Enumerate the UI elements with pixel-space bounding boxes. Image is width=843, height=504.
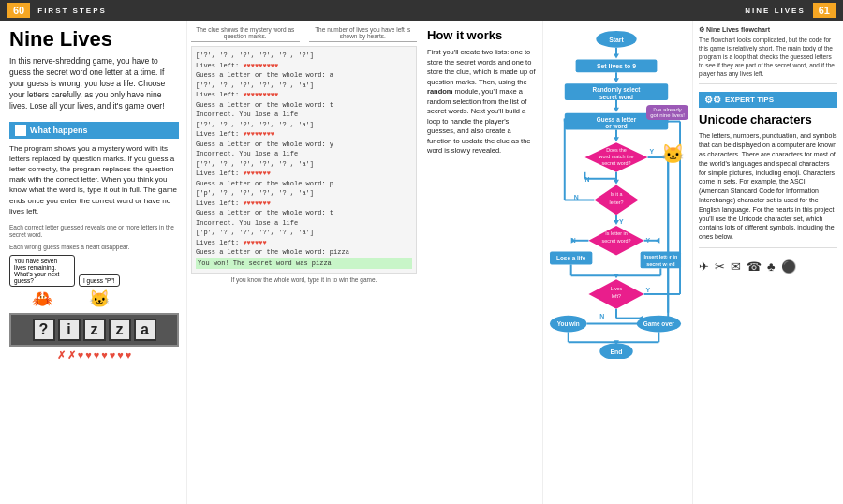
svg-text:Insert letter in: Insert letter in xyxy=(643,255,677,260)
intro-content: In this nerve-shredding game, you have t… xyxy=(9,56,165,111)
code-line-21: Guess a letter or the whole word: pizza xyxy=(196,247,412,258)
heart-7: ♥ xyxy=(126,349,132,362)
expert-tips-section: ⚙ Nine Lives flowchart The flowchart loo… xyxy=(693,21,843,504)
what-happens-icon xyxy=(15,125,26,136)
expert-header: ⚙⚙ EXPERT TIPS xyxy=(699,92,837,108)
code-line-12: ['?', '?', '?', '?', '?', 'a'] xyxy=(196,159,412,170)
left-content: Nine Lives In this nerve-shredding game,… xyxy=(0,21,421,504)
annotation-correct: Each correct letter guessed reveals one … xyxy=(9,224,179,240)
letter-i: i xyxy=(58,319,81,341)
code-line-6: Guess a letter or the whole word: t xyxy=(196,100,412,111)
symbol-scissors: ✂ xyxy=(715,259,725,274)
game-screenshot-area: You have seven lives remaining. What's y… xyxy=(9,255,179,362)
svg-marker-29 xyxy=(614,180,619,185)
code-line-3: Guess a letter or the whole word: a xyxy=(196,70,412,81)
right-content: How it works First you'll create two lis… xyxy=(422,21,843,504)
svg-text:Guess a letter: Guess a letter xyxy=(597,116,637,123)
cat-character-small: 🐱 xyxy=(89,289,110,309)
svg-text:N: N xyxy=(599,313,604,319)
svg-marker-12 xyxy=(614,108,619,112)
lives-row: ✗ ✗ ♥ ♥ ♥ ♥ ♥ ♥ ♥ xyxy=(9,349,179,362)
page-num-right: 61 xyxy=(813,3,836,18)
cat-bubble: I've already got nine lives! xyxy=(646,105,688,120)
svg-text:Y: Y xyxy=(650,148,655,155)
heart-5: ♥ xyxy=(110,349,116,362)
letter-a: a xyxy=(134,319,156,341)
right-page: NINE LIVES 61 How it works First you'll … xyxy=(422,0,843,504)
page-header-left: 60 FIRST STEPS xyxy=(0,0,421,21)
heart-3: ♥ xyxy=(94,349,100,362)
code-line-10: Guess a letter or the whole word: y xyxy=(196,140,412,150)
symbol-phone: ☎ xyxy=(747,259,762,274)
page-title: Nine Lives xyxy=(9,28,179,51)
heart-1: ♥ xyxy=(78,349,84,362)
annotation-lives: The number of lives you have left is sho… xyxy=(309,26,418,42)
code-line-1: ['?', '?', '?', '?', '?', '?'] xyxy=(196,51,412,61)
svg-text:Is letter in: Is letter in xyxy=(605,230,627,236)
page-header-right: NINE LIVES 61 xyxy=(422,0,843,21)
win-annotation: If you know the whole word, type it in t… xyxy=(191,276,417,283)
svg-text:Is it a: Is it a xyxy=(611,191,623,197)
heart-6: ♥ xyxy=(117,349,124,362)
code-line-9: Lives left: ♥♥♥♥♥♥♥♥ xyxy=(196,129,412,140)
code-line-5: Lives left: ♥♥♥♥♥♥♥♥♥ xyxy=(196,90,412,100)
what-happens-label: What happens xyxy=(30,126,88,135)
code-line-2: Lives left: ♥♥♥♥♥♥♥♥♥ xyxy=(196,61,412,71)
flowchart-svg: Start Set lives to 9 Randomly select sec… xyxy=(547,26,686,359)
crab-character: 🦀 xyxy=(32,289,52,309)
heart-2: ♥ xyxy=(85,349,92,362)
code-line-11: Incorrect. You lose a life xyxy=(196,149,412,159)
left-main: Nine Lives In this nerve-shredding game,… xyxy=(0,21,187,504)
code-line-16: Lives left: ♥♥♥♥♥♥♥ xyxy=(196,199,412,209)
symbols-row: ✈ ✂ ✉ ☎ ♣ ⚫ xyxy=(699,259,837,274)
svg-text:Set lives to 9: Set lives to 9 xyxy=(597,63,636,69)
symbol-plane: ✈ xyxy=(699,259,709,274)
svg-text:secret word?: secret word? xyxy=(602,238,631,244)
code-line-20: Lives left: ♥♥♥♥♥♥ xyxy=(196,238,412,248)
code-line-18: Incorrect. You lose a life xyxy=(196,218,412,229)
letter-z2: z xyxy=(109,319,131,341)
left-page: 60 FIRST STEPS Nine Lives In this nerve-… xyxy=(0,0,422,504)
svg-text:or word: or word xyxy=(605,123,628,129)
what-happens-box: What happens xyxy=(9,122,179,139)
speech-bubble-left: You have seven lives remaining. What's y… xyxy=(9,255,75,287)
code-line-4: ['?', '?', '?', '?', '?', 'a'] xyxy=(196,81,412,91)
code-line-13: Lives left: ♥♥♥♥♥♥♥ xyxy=(196,169,412,179)
svg-marker-7 xyxy=(614,78,619,82)
expert-tips-text: The letters, numbers, punctuation, and s… xyxy=(699,131,837,242)
symbol-envelope: ✉ xyxy=(731,259,741,274)
symbol-circle: ⚫ xyxy=(781,259,796,274)
page-num-left: 60 xyxy=(7,3,30,18)
svg-marker-50 xyxy=(655,238,659,244)
speech-bubbles: You have seven lives remaining. What's y… xyxy=(9,255,179,309)
svg-text:Start: Start xyxy=(609,37,624,43)
code-line-8: ['?', '?', '?', '?', '?', 'a'] xyxy=(196,120,412,130)
svg-text:left?: left? xyxy=(612,293,621,299)
how-it-works-title: How it works xyxy=(427,28,537,42)
game-board: ? i z z a xyxy=(9,313,179,347)
svg-text:word match the: word match the xyxy=(599,154,634,159)
flowchart-note-title: ⚙ Nine Lives flowchart xyxy=(699,26,837,34)
svg-marker-17 xyxy=(614,137,619,141)
svg-text:letter?: letter? xyxy=(609,200,623,205)
flowchart-note-text: The flowchart looks complicated, but the… xyxy=(699,36,837,84)
bubble-right-text: I guess "P"! xyxy=(83,277,115,284)
svg-text:You win: You win xyxy=(557,320,580,327)
cat-character: 🐱 xyxy=(661,142,685,165)
svg-text:Y: Y xyxy=(619,218,624,225)
expert-tips-title: Unicode characters xyxy=(699,112,837,126)
code-line-7: Incorrect. You lose a life xyxy=(196,110,412,120)
svg-text:Lives: Lives xyxy=(611,286,623,291)
svg-text:secret word: secret word xyxy=(646,261,674,267)
header-title-right: NINE LIVES xyxy=(745,7,805,15)
code-listing-col: The clue shows the mystery word as quest… xyxy=(187,21,421,504)
svg-text:secret word: secret word xyxy=(599,94,633,100)
intro-text: In this nerve-shredding game, you have t… xyxy=(9,56,179,111)
annotation-wrong: Each wrong guess makes a heart disappear… xyxy=(9,244,179,251)
svg-text:Y: Y xyxy=(646,287,651,293)
cross-1: ✗ xyxy=(57,349,66,362)
code-line-15: ['p', '?', '?', '?', '?', 'a'] xyxy=(196,188,412,199)
svg-text:Does the: Does the xyxy=(606,147,627,153)
svg-text:Game over: Game over xyxy=(643,320,675,327)
flowchart-section: Start Set lives to 9 Randomly select sec… xyxy=(543,21,693,504)
